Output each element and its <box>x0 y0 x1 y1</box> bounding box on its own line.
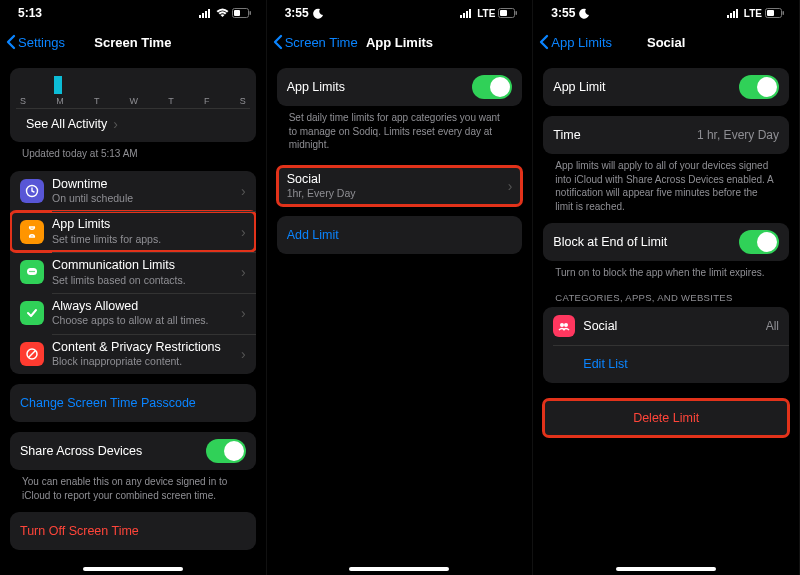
time-row[interactable]: Time 1 hr, Every Day <box>543 116 789 154</box>
back-label: Settings <box>18 35 65 50</box>
app-limits-toggle[interactable] <box>472 75 512 99</box>
chart-day: F <box>204 96 210 106</box>
home-indicator[interactable] <box>616 567 716 571</box>
content-privacy-sub: Block inappropriate content. <box>52 355 235 368</box>
svg-line-13 <box>29 350 36 357</box>
app-limit-label: App Limit <box>553 80 605 94</box>
svg-rect-16 <box>466 11 468 18</box>
app-limits-toggle-row[interactable]: App Limits <box>277 68 523 106</box>
social-limit-row[interactable]: Social 1hr, Every Day › <box>277 166 523 207</box>
screen-screen-time: 5:13 Settings Screen Time S M T W T F <box>0 0 267 575</box>
app-limits-footer: Set daily time limits for app categories… <box>277 106 523 152</box>
svg-rect-6 <box>249 11 251 15</box>
content-privacy-row[interactable]: Content & Privacy Restrictions Block ina… <box>10 334 256 375</box>
svg-rect-1 <box>202 13 204 18</box>
battery-icon <box>232 8 252 18</box>
time-footer: App limits will apply to all of your dev… <box>543 154 789 213</box>
chevron-right-icon: › <box>241 264 246 280</box>
downtime-row[interactable]: Downtime On until schedule › <box>10 171 256 212</box>
svg-rect-17 <box>469 9 471 18</box>
always-allowed-row[interactable]: Always Allowed Choose apps to allow at a… <box>10 293 256 334</box>
time-label: Time <box>553 128 580 142</box>
block-label: Block at End of Limit <box>553 235 667 249</box>
change-passcode-label: Change Screen Time Passcode <box>20 396 196 410</box>
svg-point-11 <box>33 271 35 273</box>
signal-icon <box>460 8 474 18</box>
network-label: LTE <box>477 8 495 19</box>
see-all-activity-row[interactable]: See All Activity › <box>16 108 250 138</box>
check-icon <box>20 301 44 325</box>
status-right <box>199 8 252 18</box>
add-limit-row[interactable]: Add Limit <box>277 216 523 254</box>
chevron-right-icon: › <box>241 224 246 240</box>
navbar: Screen Time App Limits <box>267 26 533 58</box>
svg-rect-26 <box>767 10 774 16</box>
delete-limit-label: Delete Limit <box>633 411 699 425</box>
home-indicator[interactable] <box>349 567 449 571</box>
social-sub: 1hr, Every Day <box>287 187 502 200</box>
chevron-right-icon: › <box>113 116 118 132</box>
app-limits-label: App Limits <box>52 217 235 233</box>
wifi-icon <box>216 8 229 18</box>
app-limit-toggle[interactable] <box>739 75 779 99</box>
activity-chart <box>20 74 246 94</box>
settings-list-group: Downtime On until schedule › App Limits … <box>10 171 256 375</box>
always-allowed-label: Always Allowed <box>52 299 235 315</box>
svg-point-28 <box>560 323 564 327</box>
svg-point-9 <box>29 271 31 273</box>
chart-day: W <box>130 96 139 106</box>
share-across-devices-row[interactable]: Share Across Devices <box>10 432 256 470</box>
change-passcode-row[interactable]: Change Screen Time Passcode <box>10 384 256 422</box>
delete-limit-row[interactable]: Delete Limit <box>543 399 789 437</box>
share-group: Share Across Devices <box>10 432 256 470</box>
status-time: 5:13 <box>18 6 42 20</box>
dnd-moon-icon <box>579 8 590 19</box>
back-button[interactable]: App Limits <box>533 34 612 50</box>
turn-off-screen-time-row[interactable]: Turn Off Screen Time <box>10 512 256 550</box>
social-category-row[interactable]: Social All <box>543 307 789 345</box>
share-label: Share Across Devices <box>20 444 142 458</box>
app-limit-toggle-group: App Limit <box>543 68 789 106</box>
status-bar: 3:55 LTE <box>533 0 799 26</box>
edit-list-row[interactable]: Edit List <box>543 345 789 383</box>
social-label: Social <box>287 172 502 188</box>
svg-rect-0 <box>199 15 201 18</box>
block-end-limit-row[interactable]: Block at End of Limit <box>543 223 789 261</box>
signal-icon <box>727 8 741 18</box>
social-category-value: All <box>766 319 779 333</box>
signal-icon <box>199 8 213 18</box>
back-label: Screen Time <box>285 35 358 50</box>
social-limit-group: Social 1hr, Every Day › <box>277 166 523 207</box>
chart-bar <box>54 76 62 94</box>
app-limits-toggle-group: App Limits <box>277 68 523 106</box>
time-group: Time 1 hr, Every Day <box>543 116 789 154</box>
chevron-right-icon: › <box>241 305 246 321</box>
status-bar: 5:13 <box>0 0 266 26</box>
time-value: 1 hr, Every Day <box>697 128 779 142</box>
app-limits-label: App Limits <box>287 80 345 94</box>
see-all-activity-label: See All Activity <box>26 117 107 131</box>
add-limit-label: Add Limit <box>287 228 339 242</box>
chart-day: S <box>240 96 246 106</box>
communication-sub: Set limits based on contacts. <box>52 274 235 287</box>
chevron-left-icon <box>6 34 16 50</box>
home-indicator[interactable] <box>83 567 183 571</box>
share-toggle[interactable] <box>206 439 246 463</box>
svg-rect-21 <box>727 15 729 18</box>
back-button[interactable]: Settings <box>0 34 65 50</box>
chevron-right-icon: › <box>241 183 246 199</box>
status-right: LTE <box>460 8 518 19</box>
dnd-moon-icon <box>313 8 324 19</box>
back-button[interactable]: Screen Time <box>267 34 358 50</box>
svg-rect-3 <box>208 9 210 18</box>
block-group: Block at End of Limit <box>543 223 789 261</box>
screen-social-limit: 3:55 LTE App Limits Social App Limit Tim… <box>533 0 800 575</box>
block-toggle[interactable] <box>739 230 779 254</box>
turn-off-label: Turn Off Screen Time <box>20 524 139 538</box>
svg-rect-22 <box>730 13 732 18</box>
communication-limits-row[interactable]: Communication Limits Set limits based on… <box>10 252 256 293</box>
app-limits-row[interactable]: App Limits Set time limits for apps. › <box>10 211 256 252</box>
downtime-icon <box>20 179 44 203</box>
network-label: LTE <box>744 8 762 19</box>
app-limit-toggle-row[interactable]: App Limit <box>543 68 789 106</box>
